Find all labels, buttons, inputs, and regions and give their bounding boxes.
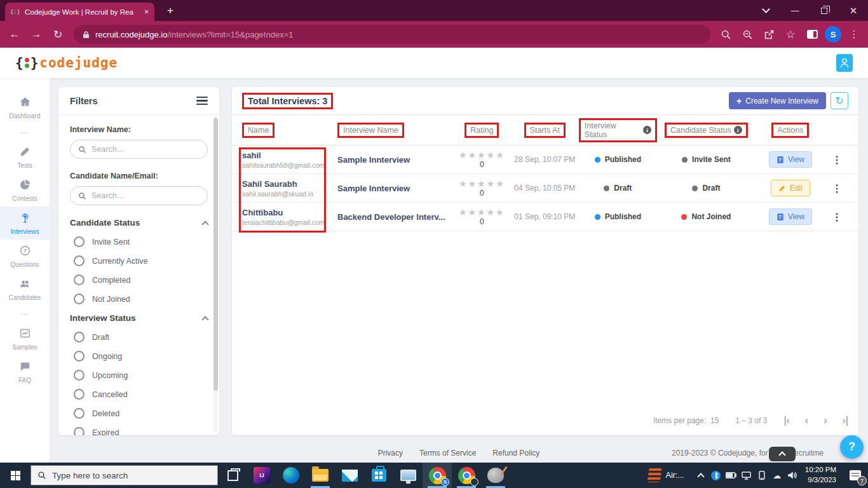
- items-per-page-value[interactable]: 15: [710, 416, 719, 425]
- tab-close-icon[interactable]: ✕: [144, 8, 149, 15]
- privacy-link[interactable]: Privacy: [378, 449, 403, 458]
- sidebar-item-questions[interactable]: ?Questions: [0, 240, 50, 273]
- info-icon[interactable]: [734, 126, 742, 134]
- view-button[interactable]: View: [769, 151, 812, 168]
- bookmark-star-icon[interactable]: ☆: [782, 25, 799, 43]
- radio-circle-icon[interactable]: [74, 236, 85, 247]
- sidebar-item-samples[interactable]: Samples: [0, 322, 50, 355]
- create-new-interview-button[interactable]: + Create New Interview: [729, 92, 826, 109]
- radio-upcoming[interactable]: Upcoming: [74, 370, 208, 381]
- radio-circle-icon[interactable]: [74, 389, 85, 400]
- ms-store-app-icon[interactable]: [364, 463, 393, 488]
- row-menu-icon[interactable]: ⋮: [832, 182, 842, 194]
- radio-circle-icon[interactable]: [74, 351, 85, 362]
- interview-name-cell[interactable]: Sample Innterview: [337, 155, 453, 165]
- radio-circle-icon[interactable]: [74, 274, 85, 285]
- side-panel-icon[interactable]: [803, 25, 821, 43]
- sidebar-item-interviews[interactable]: Interviews: [0, 207, 50, 240]
- browser-tab[interactable]: {} Codejudge Work | Recruit by Rea ✕: [5, 3, 154, 21]
- minimize-button[interactable]: —: [780, 0, 810, 21]
- next-page-icon[interactable]: ›: [824, 415, 827, 426]
- restore-button[interactable]: [810, 0, 839, 21]
- browser-menu-icon[interactable]: ⋮: [845, 25, 863, 43]
- share-icon[interactable]: [760, 25, 778, 43]
- terms-link[interactable]: Terms of Service: [419, 449, 476, 458]
- zoom-out-icon[interactable]: [738, 25, 756, 43]
- interview-status-section[interactable]: Interview Status: [70, 313, 208, 323]
- first-page-icon[interactable]: |‹: [783, 415, 789, 426]
- row-menu-icon[interactable]: ⋮: [832, 211, 842, 223]
- mail-app-icon[interactable]: [335, 463, 364, 488]
- taskbar-search[interactable]: [31, 465, 218, 485]
- radio-circle-icon[interactable]: [74, 255, 85, 266]
- interview-name-cell[interactable]: Sample Innterview: [337, 184, 453, 193]
- bluetooth-icon[interactable]: [709, 463, 724, 488]
- collapse-chevron-icon[interactable]: [201, 220, 208, 227]
- chrome-app-icon[interactable]: S: [423, 463, 452, 488]
- reload-icon[interactable]: ↻: [48, 25, 67, 44]
- filters-scrollbar[interactable]: [214, 118, 218, 431]
- taskbar-clock[interactable]: 10:20 PM9/3/2023: [805, 465, 836, 485]
- radio-draft[interactable]: Draft: [74, 332, 208, 342]
- radio-ongoing[interactable]: Ongoing: [74, 351, 208, 362]
- onedrive-cloud-icon[interactable]: ☁: [770, 463, 785, 488]
- url-bar[interactable]: recruit.codejudge.io/interviews?limit=15…: [74, 25, 710, 44]
- close-button[interactable]: ✕: [839, 0, 868, 21]
- search-icon[interactable]: [717, 25, 735, 43]
- radio-invite-sent[interactable]: Invite Sent: [74, 236, 208, 247]
- interview-name-search[interactable]: [70, 140, 208, 159]
- last-page-icon[interactable]: ›|: [843, 415, 848, 426]
- radio-deleted[interactable]: Deleted: [74, 408, 208, 419]
- radio-circle-icon[interactable]: [74, 370, 85, 381]
- edit-button[interactable]: Edit: [771, 180, 811, 196]
- radio-circle-icon[interactable]: [74, 427, 85, 435]
- hidden-icons-chevron[interactable]: [693, 463, 709, 488]
- volume-icon[interactable]: [785, 463, 800, 488]
- collapse-chevron-icon[interactable]: [201, 316, 208, 323]
- airflow-app-icon[interactable]: [647, 468, 661, 482]
- sidebar-item-tests[interactable]: Tests: [0, 140, 50, 173]
- interview-name-cell[interactable]: Backend Developer Interv...: [337, 212, 453, 222]
- phone-link-icon[interactable]: [754, 463, 770, 488]
- radio-circle-icon[interactable]: [74, 332, 85, 342]
- start-button[interactable]: [0, 463, 31, 488]
- tab-search-icon[interactable]: [751, 0, 780, 21]
- notifications-button[interactable]: 7: [843, 463, 868, 488]
- scroll-to-top-button[interactable]: [769, 447, 796, 461]
- account-button[interactable]: [836, 54, 853, 72]
- task-view-button[interactable]: [218, 463, 247, 488]
- taskbar-search-input[interactable]: [52, 471, 192, 480]
- file-explorer-app-icon[interactable]: [306, 463, 335, 488]
- help-button[interactable]: ?: [840, 435, 864, 459]
- interview-name-input[interactable]: [92, 145, 200, 154]
- remote-desktop-app-icon[interactable]: [393, 463, 423, 488]
- sidebar-item-candidates[interactable]: Candidates: [0, 273, 50, 306]
- radio-expired[interactable]: Expired: [74, 427, 208, 435]
- chrome-profile2-app-icon[interactable]: [452, 463, 481, 488]
- battery-icon[interactable]: [724, 463, 739, 488]
- candidate-search[interactable]: [70, 186, 208, 205]
- sidebar-item-dashboard[interactable]: Dashboard: [0, 91, 50, 124]
- sidebar-item-contests[interactable]: Contests: [0, 173, 50, 207]
- radio-completed[interactable]: Completed: [74, 274, 208, 285]
- radio-circle-icon[interactable]: [74, 408, 85, 419]
- gimp-app-icon[interactable]: [481, 463, 510, 488]
- new-tab-button[interactable]: +: [167, 4, 173, 17]
- info-icon[interactable]: [643, 126, 651, 134]
- profile-avatar[interactable]: S: [825, 26, 841, 43]
- sidebar-item-faq[interactable]: FAQ: [0, 355, 50, 388]
- edge-app-icon[interactable]: [276, 463, 306, 488]
- network-icon[interactable]: [739, 463, 754, 488]
- row-menu-icon[interactable]: ⋮: [832, 154, 842, 166]
- candidate-status-section[interactable]: Candidate Status: [70, 218, 208, 227]
- refund-link[interactable]: Refund Policy: [492, 449, 539, 458]
- forward-icon[interactable]: →: [27, 25, 46, 44]
- filters-menu-icon[interactable]: [196, 97, 208, 105]
- tray-app-label[interactable]: Air:...: [666, 471, 684, 480]
- radio-not-joined[interactable]: Not Joined: [74, 294, 208, 304]
- radio-currently-active[interactable]: Currently Active: [74, 255, 208, 266]
- radio-cancelled[interactable]: Cancelled: [74, 389, 208, 400]
- candidate-input[interactable]: [92, 191, 200, 200]
- refresh-button[interactable]: ↻: [831, 92, 848, 109]
- codejudge-logo[interactable]: { } codejudge: [15, 55, 118, 71]
